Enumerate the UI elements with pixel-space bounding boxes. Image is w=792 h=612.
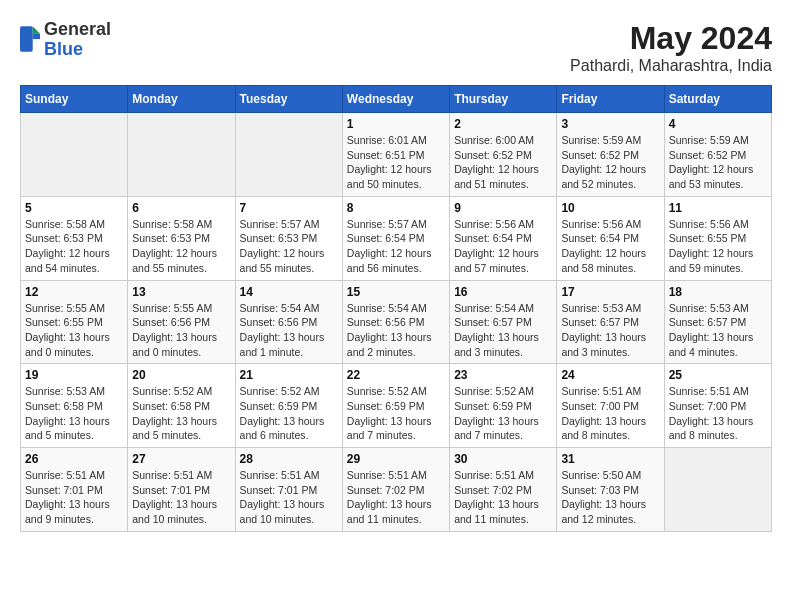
calendar-cell: 19Sunrise: 5:53 AM Sunset: 6:58 PM Dayli… xyxy=(21,364,128,448)
day-number: 3 xyxy=(561,117,659,131)
day-number: 10 xyxy=(561,201,659,215)
logo-blue: Blue xyxy=(44,40,111,60)
calendar-cell: 3Sunrise: 5:59 AM Sunset: 6:52 PM Daylig… xyxy=(557,113,664,197)
calendar-cell: 20Sunrise: 5:52 AM Sunset: 6:58 PM Dayli… xyxy=(128,364,235,448)
day-info: Sunrise: 5:56 AM Sunset: 6:54 PM Dayligh… xyxy=(561,217,659,276)
calendar-week-3: 12Sunrise: 5:55 AM Sunset: 6:55 PM Dayli… xyxy=(21,280,772,364)
calendar-table: SundayMondayTuesdayWednesdayThursdayFrid… xyxy=(20,85,772,532)
calendar-cell: 7Sunrise: 5:57 AM Sunset: 6:53 PM Daylig… xyxy=(235,196,342,280)
day-number: 5 xyxy=(25,201,123,215)
logo: General Blue xyxy=(20,20,111,60)
day-info: Sunrise: 5:52 AM Sunset: 6:58 PM Dayligh… xyxy=(132,384,230,443)
day-info: Sunrise: 5:53 AM Sunset: 6:57 PM Dayligh… xyxy=(561,301,659,360)
day-info: Sunrise: 5:50 AM Sunset: 7:03 PM Dayligh… xyxy=(561,468,659,527)
calendar-week-2: 5Sunrise: 5:58 AM Sunset: 6:53 PM Daylig… xyxy=(21,196,772,280)
day-info: Sunrise: 5:55 AM Sunset: 6:56 PM Dayligh… xyxy=(132,301,230,360)
weekday-header-sunday: Sunday xyxy=(21,86,128,113)
weekday-header-wednesday: Wednesday xyxy=(342,86,449,113)
day-info: Sunrise: 5:52 AM Sunset: 6:59 PM Dayligh… xyxy=(240,384,338,443)
calendar-cell: 12Sunrise: 5:55 AM Sunset: 6:55 PM Dayli… xyxy=(21,280,128,364)
calendar-cell: 11Sunrise: 5:56 AM Sunset: 6:55 PM Dayli… xyxy=(664,196,771,280)
day-number: 18 xyxy=(669,285,767,299)
calendar-cell: 16Sunrise: 5:54 AM Sunset: 6:57 PM Dayli… xyxy=(450,280,557,364)
calendar-cell: 27Sunrise: 5:51 AM Sunset: 7:01 PM Dayli… xyxy=(128,448,235,532)
day-number: 22 xyxy=(347,368,445,382)
calendar-cell: 5Sunrise: 5:58 AM Sunset: 6:53 PM Daylig… xyxy=(21,196,128,280)
weekday-header-tuesday: Tuesday xyxy=(235,86,342,113)
day-number: 19 xyxy=(25,368,123,382)
calendar-week-4: 19Sunrise: 5:53 AM Sunset: 6:58 PM Dayli… xyxy=(21,364,772,448)
day-number: 12 xyxy=(25,285,123,299)
day-info: Sunrise: 5:53 AM Sunset: 6:57 PM Dayligh… xyxy=(669,301,767,360)
page-subtitle: Pathardi, Maharashtra, India xyxy=(570,57,772,75)
day-number: 30 xyxy=(454,452,552,466)
calendar-cell: 6Sunrise: 5:58 AM Sunset: 6:53 PM Daylig… xyxy=(128,196,235,280)
day-number: 11 xyxy=(669,201,767,215)
day-info: Sunrise: 5:53 AM Sunset: 6:58 PM Dayligh… xyxy=(25,384,123,443)
calendar-cell: 18Sunrise: 5:53 AM Sunset: 6:57 PM Dayli… xyxy=(664,280,771,364)
calendar-cell: 21Sunrise: 5:52 AM Sunset: 6:59 PM Dayli… xyxy=(235,364,342,448)
weekday-header-friday: Friday xyxy=(557,86,664,113)
day-number: 31 xyxy=(561,452,659,466)
day-number: 2 xyxy=(454,117,552,131)
svg-marker-2 xyxy=(33,33,40,38)
calendar-cell: 9Sunrise: 5:56 AM Sunset: 6:54 PM Daylig… xyxy=(450,196,557,280)
day-number: 27 xyxy=(132,452,230,466)
day-info: Sunrise: 5:51 AM Sunset: 7:00 PM Dayligh… xyxy=(669,384,767,443)
day-number: 8 xyxy=(347,201,445,215)
calendar-cell: 14Sunrise: 5:54 AM Sunset: 6:56 PM Dayli… xyxy=(235,280,342,364)
day-info: Sunrise: 5:54 AM Sunset: 6:57 PM Dayligh… xyxy=(454,301,552,360)
calendar-cell: 24Sunrise: 5:51 AM Sunset: 7:00 PM Dayli… xyxy=(557,364,664,448)
calendar-week-5: 26Sunrise: 5:51 AM Sunset: 7:01 PM Dayli… xyxy=(21,448,772,532)
day-info: Sunrise: 5:56 AM Sunset: 6:54 PM Dayligh… xyxy=(454,217,552,276)
day-number: 23 xyxy=(454,368,552,382)
day-number: 28 xyxy=(240,452,338,466)
logo-icon xyxy=(20,26,40,54)
calendar-cell xyxy=(21,113,128,197)
day-info: Sunrise: 5:57 AM Sunset: 6:53 PM Dayligh… xyxy=(240,217,338,276)
title-block: May 2024 Pathardi, Maharashtra, India xyxy=(570,20,772,75)
day-number: 29 xyxy=(347,452,445,466)
day-number: 6 xyxy=(132,201,230,215)
day-number: 9 xyxy=(454,201,552,215)
calendar-cell: 26Sunrise: 5:51 AM Sunset: 7:01 PM Dayli… xyxy=(21,448,128,532)
day-info: Sunrise: 5:52 AM Sunset: 6:59 PM Dayligh… xyxy=(347,384,445,443)
day-info: Sunrise: 5:54 AM Sunset: 6:56 PM Dayligh… xyxy=(347,301,445,360)
day-info: Sunrise: 5:57 AM Sunset: 6:54 PM Dayligh… xyxy=(347,217,445,276)
calendar-cell: 8Sunrise: 5:57 AM Sunset: 6:54 PM Daylig… xyxy=(342,196,449,280)
day-number: 21 xyxy=(240,368,338,382)
calendar-cell: 15Sunrise: 5:54 AM Sunset: 6:56 PM Dayli… xyxy=(342,280,449,364)
logo-text: General Blue xyxy=(44,20,111,60)
day-number: 26 xyxy=(25,452,123,466)
day-number: 1 xyxy=(347,117,445,131)
day-info: Sunrise: 5:51 AM Sunset: 7:01 PM Dayligh… xyxy=(240,468,338,527)
day-info: Sunrise: 6:01 AM Sunset: 6:51 PM Dayligh… xyxy=(347,133,445,192)
day-number: 20 xyxy=(132,368,230,382)
day-number: 25 xyxy=(669,368,767,382)
day-info: Sunrise: 5:51 AM Sunset: 7:01 PM Dayligh… xyxy=(25,468,123,527)
calendar-cell: 2Sunrise: 6:00 AM Sunset: 6:52 PM Daylig… xyxy=(450,113,557,197)
weekday-header-monday: Monday xyxy=(128,86,235,113)
day-info: Sunrise: 5:58 AM Sunset: 6:53 PM Dayligh… xyxy=(25,217,123,276)
calendar-week-1: 1Sunrise: 6:01 AM Sunset: 6:51 PM Daylig… xyxy=(21,113,772,197)
calendar-cell: 1Sunrise: 6:01 AM Sunset: 6:51 PM Daylig… xyxy=(342,113,449,197)
svg-marker-1 xyxy=(33,26,40,33)
weekday-header-saturday: Saturday xyxy=(664,86,771,113)
day-info: Sunrise: 5:59 AM Sunset: 6:52 PM Dayligh… xyxy=(561,133,659,192)
day-number: 16 xyxy=(454,285,552,299)
svg-rect-0 xyxy=(20,26,33,51)
page-header: General Blue May 2024 Pathardi, Maharash… xyxy=(20,20,772,75)
calendar-cell: 13Sunrise: 5:55 AM Sunset: 6:56 PM Dayli… xyxy=(128,280,235,364)
logo-general: General xyxy=(44,20,111,40)
calendar-cell: 29Sunrise: 5:51 AM Sunset: 7:02 PM Dayli… xyxy=(342,448,449,532)
calendar-cell: 23Sunrise: 5:52 AM Sunset: 6:59 PM Dayli… xyxy=(450,364,557,448)
day-info: Sunrise: 5:54 AM Sunset: 6:56 PM Dayligh… xyxy=(240,301,338,360)
day-info: Sunrise: 5:55 AM Sunset: 6:55 PM Dayligh… xyxy=(25,301,123,360)
calendar-cell: 31Sunrise: 5:50 AM Sunset: 7:03 PM Dayli… xyxy=(557,448,664,532)
day-number: 14 xyxy=(240,285,338,299)
day-number: 7 xyxy=(240,201,338,215)
calendar-cell: 30Sunrise: 5:51 AM Sunset: 7:02 PM Dayli… xyxy=(450,448,557,532)
day-info: Sunrise: 5:51 AM Sunset: 7:02 PM Dayligh… xyxy=(454,468,552,527)
day-number: 13 xyxy=(132,285,230,299)
calendar-cell: 25Sunrise: 5:51 AM Sunset: 7:00 PM Dayli… xyxy=(664,364,771,448)
